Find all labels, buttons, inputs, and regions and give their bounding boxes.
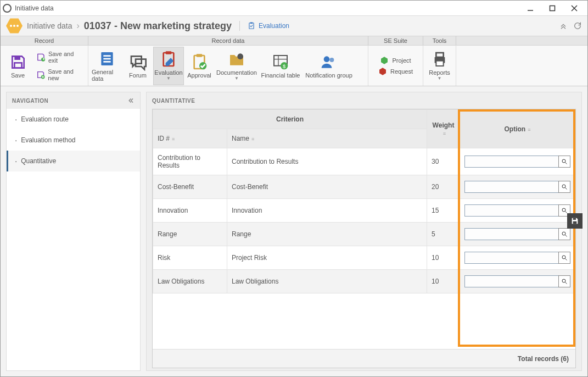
svg-line-35 (565, 188, 567, 190)
project-label: Project (392, 57, 411, 64)
cell-id: Innovation (153, 199, 227, 223)
table-row[interactable]: Contribution to Results Contribution to … (153, 148, 575, 175)
collapse-icon[interactable] (127, 97, 135, 104)
search-icon (561, 254, 568, 261)
refresh-icon[interactable] (573, 21, 582, 30)
documentation-button[interactable]: Documentation ▼ (215, 47, 259, 85)
approval-label: Approval (187, 72, 211, 79)
col-option-label: Option (505, 125, 526, 133)
svg-line-39 (565, 235, 567, 237)
minimize-button[interactable] (519, 1, 541, 15)
svg-point-32 (562, 159, 565, 163)
option-lookup-button[interactable] (558, 156, 570, 168)
table-row[interactable]: Law Obligations Law Obligations 10 (153, 270, 575, 293)
cell-name: Contribution to Results (227, 148, 427, 175)
option-lookup-button[interactable] (558, 181, 570, 193)
save-exit-icon (36, 52, 46, 62)
dropdown-indicator: ▼ (438, 76, 442, 81)
cell-id: Risk (153, 246, 227, 270)
col-group-criterion[interactable]: Criterion (153, 110, 427, 129)
svg-rect-1 (550, 5, 555, 10)
save-fab-button[interactable] (567, 213, 583, 229)
col-weight[interactable]: Weight≡ (427, 110, 460, 148)
svg-point-19 (237, 53, 243, 59)
module-icon (6, 18, 23, 34)
notification-group-button[interactable]: Notification group (303, 47, 355, 85)
search-icon (561, 184, 568, 190)
reports-button[interactable]: Reports ▼ (427, 47, 452, 85)
option-input[interactable] (464, 252, 559, 264)
navigation-panel: NAVIGATION Evaluation route Evaluation m… (6, 92, 141, 371)
financial-table-button[interactable]: $ Financial table (259, 47, 303, 85)
close-button[interactable] (563, 1, 585, 15)
cell-weight: 15 (427, 199, 460, 223)
expand-icon[interactable] (559, 21, 568, 30)
col-name[interactable]: Name≡ (227, 129, 427, 148)
table-row[interactable]: Innovation Innovation 15 (153, 199, 575, 223)
save-new-icon (36, 70, 45, 80)
table-row[interactable]: Cost-Benefit Cost-Benefit 20 (153, 175, 575, 199)
nav-item-evaluation-method[interactable]: Evaluation method (7, 130, 140, 151)
svg-point-26 (329, 58, 334, 62)
svg-point-38 (562, 232, 565, 235)
nav-item-quantitative[interactable]: Quantitative (7, 151, 140, 171)
folder-clip-icon (228, 51, 245, 68)
cell-name: Innovation (227, 199, 427, 223)
cell-option (460, 148, 575, 175)
option-input[interactable] (464, 228, 559, 240)
criteria-table: Criterion Weight≡ Option≡ ID #≡ Name≡ Co… (153, 109, 575, 293)
option-input[interactable] (464, 275, 559, 287)
forum-button[interactable]: Forum (122, 47, 153, 85)
evaluation-button[interactable]: Evaluation ▼ (153, 47, 184, 85)
svg-point-40 (562, 256, 565, 259)
printer-icon (431, 51, 449, 68)
save-label: Save (11, 72, 25, 79)
option-input[interactable] (464, 156, 559, 168)
cell-option (460, 270, 575, 293)
tab-record: Record (1, 36, 88, 45)
table-row[interactable]: Range Range 5 (153, 223, 575, 246)
maximize-button[interactable] (541, 1, 563, 15)
cell-id: Range (153, 223, 227, 246)
breadcrumb-section[interactable]: Evaluation (248, 22, 289, 30)
option-input[interactable] (464, 181, 559, 193)
search-icon (561, 278, 568, 285)
general-data-button[interactable]: General data (92, 47, 122, 85)
cell-name: Law Obligations (227, 270, 427, 293)
col-weight-label: Weight (433, 121, 455, 129)
cell-weight: 5 (427, 223, 460, 246)
option-input[interactable] (464, 204, 559, 217)
save-new-button[interactable]: Save and new (34, 66, 85, 83)
svg-line-33 (565, 163, 567, 164)
main-heading: QUANTITATIVE (147, 92, 581, 109)
svg-line-43 (565, 282, 567, 284)
option-lookup-button[interactable] (558, 252, 570, 264)
table-container: Criterion Weight≡ Option≡ ID #≡ Name≡ Co… (152, 109, 576, 368)
documentation-label: Documentation (216, 69, 257, 76)
col-id[interactable]: ID #≡ (153, 129, 227, 148)
ribbon-tab-labels: Record Record data SE Suite Tools (1, 36, 587, 46)
svg-rect-7 (14, 63, 21, 68)
search-icon (561, 158, 568, 165)
search-icon (561, 231, 568, 237)
table-row[interactable]: Risk Project Risk 10 (153, 246, 575, 270)
request-button[interactable]: Request (378, 67, 413, 76)
save-icon (570, 217, 579, 225)
col-option[interactable]: Option≡ (460, 110, 575, 148)
option-lookup-button[interactable] (558, 228, 570, 240)
save-button[interactable]: Save (4, 47, 32, 85)
save-exit-button[interactable]: Save and exit (34, 49, 85, 65)
titlebar: Initiative data (1, 1, 587, 16)
nav-item-evaluation-route[interactable]: Evaluation route (7, 109, 140, 130)
chat-icon (129, 53, 147, 71)
svg-rect-6 (14, 56, 20, 60)
option-lookup-button[interactable] (558, 275, 570, 287)
svg-point-25 (324, 56, 330, 62)
header: Initiative data › 01037 - New marketing … (1, 16, 587, 36)
save-icon (9, 53, 27, 71)
svg-point-34 (562, 185, 565, 188)
project-button[interactable]: Project (380, 56, 411, 65)
tab-se-suite: SE Suite (368, 36, 423, 45)
approval-button[interactable]: Approval (184, 47, 215, 85)
breadcrumb-level1[interactable]: Initiative data (27, 21, 72, 30)
